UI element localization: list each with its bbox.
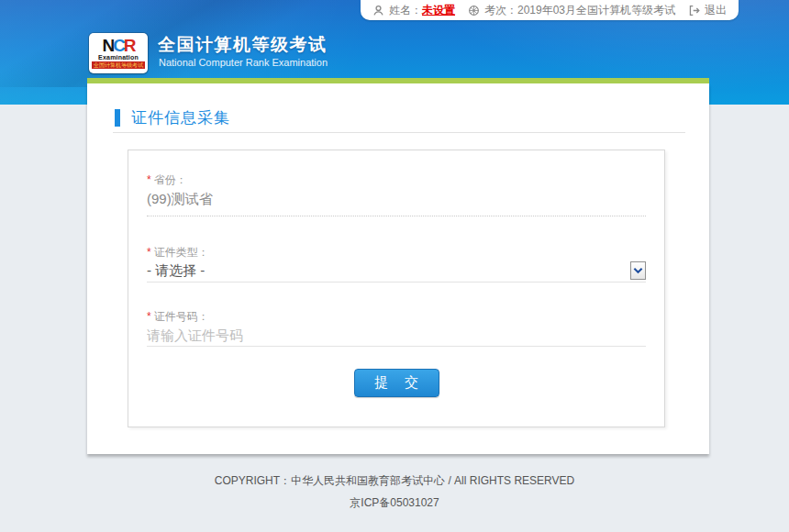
page-footer: COPYRIGHT：中华人民共和国教育部考试中心 / All RIGHTS RE… (0, 473, 789, 511)
icp-number: 京ICP备05031027 (0, 495, 789, 511)
logout-icon[interactable] (688, 5, 700, 17)
required-asterisk: * (147, 246, 151, 259)
province-value: (99)测试省 (147, 187, 646, 216)
session-label: 考次： (484, 3, 517, 18)
content-panel: 证件信息采集 *省份： (99)测试省 *证件类型： - 请选择 - *证件号码… (87, 83, 709, 454)
name-value-link[interactable]: 未设置 (422, 3, 455, 18)
ncre-logo-strip: 全国计算机等级考试 (92, 61, 145, 69)
submit-button[interactable]: 提 交 (354, 369, 439, 397)
field-province: *省份： (99)测试省 (147, 150, 646, 216)
field-id-type: *证件类型： - 请选择 - (147, 216, 646, 283)
required-asterisk: * (147, 310, 151, 323)
logout-link[interactable]: 退出 (705, 3, 727, 18)
id-type-select[interactable]: - 请选择 - (147, 260, 646, 282)
user-icon (372, 5, 384, 17)
copyright-text: COPYRIGHT：中华人民共和国教育部考试中心 / All RIGHTS RE… (0, 473, 789, 489)
name-label: 姓名： (389, 3, 422, 18)
id-number-input[interactable] (147, 324, 646, 346)
site-title-cn: 全国计算机等级考试 (158, 33, 328, 57)
ncre-logo-letters: NCR (102, 39, 134, 53)
session-value: 2019年03月全国计算机等级考试 (517, 3, 675, 18)
section-divider (113, 132, 685, 133)
id-number-label: *证件号码： (147, 310, 646, 324)
id-type-label: *证件类型： (147, 246, 646, 260)
section-title-bar (115, 109, 120, 127)
section-header: 证件信息采集 (115, 107, 230, 128)
ncre-logo-examination: Examination (98, 53, 139, 61)
province-label: *省份： (147, 173, 646, 187)
field-id-number: *证件号码： (147, 283, 646, 347)
user-bar: 姓名： 未设置 考次： 2019年03月全国计算机等级考试 退出 (361, 0, 739, 20)
chevron-down-icon[interactable] (630, 261, 646, 280)
form-card: *省份： (99)测试省 *证件类型： - 请选择 - *证件号码： 提 交 (128, 150, 665, 427)
section-title: 证件信息采集 (131, 107, 230, 128)
session-icon (468, 5, 480, 17)
site-title-en: National Computer Rank Examination (159, 57, 328, 68)
id-type-selected-value[interactable]: - 请选择 - (147, 262, 205, 280)
ncre-logo: NCR Examination 全国计算机等级考试 (89, 33, 148, 73)
required-asterisk: * (147, 173, 151, 186)
